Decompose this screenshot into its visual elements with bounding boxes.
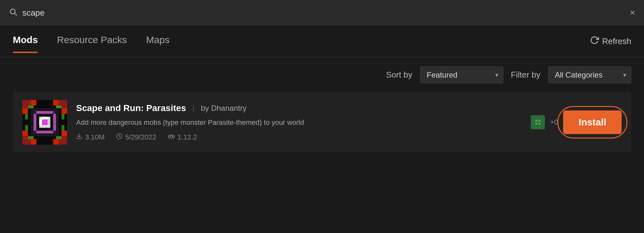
tab-resource-packs[interactable]: Resource Packs — [57, 34, 127, 49]
search-bar: × — [0, 0, 644, 26]
svg-line-1 — [15, 13, 17, 15]
sort-by-wrapper: Featured Popularity Last Updated Name — [420, 66, 503, 83]
clock-icon — [116, 133, 122, 141]
refresh-icon — [590, 36, 599, 47]
mod-thumbnail — [22, 100, 67, 145]
mod-list: Scape and Run: Parasites | by Dhanantry … — [0, 92, 644, 152]
svg-rect-33 — [42, 125, 48, 128]
svg-rect-10 — [62, 108, 67, 114]
svg-rect-15 — [28, 106, 34, 109]
svg-rect-19 — [25, 114, 28, 120]
mod-title-row: Scape and Run: Parasites | by Dhanantry — [76, 103, 522, 113]
svg-rect-9 — [22, 108, 28, 114]
tabs-row: Mods Resource Packs Maps Refresh — [0, 26, 644, 57]
svg-rect-16 — [56, 106, 62, 109]
svg-rect-31 — [39, 119, 42, 125]
svg-rect-7 — [31, 100, 36, 106]
svg-rect-8 — [53, 100, 59, 106]
svg-rect-20 — [62, 114, 65, 120]
filter-by-select[interactable]: All Categories Adventure Magic Technolog… — [548, 66, 631, 83]
mod-description: Add more dangerous mobs (type monster Pa… — [76, 117, 522, 128]
search-clear-button[interactable]: × — [630, 8, 635, 17]
mod-content: Scape and Run: Parasites | by Dhanantry … — [76, 103, 522, 141]
svg-rect-45 — [169, 135, 174, 138]
install-button-wrapper: Install — [563, 110, 622, 134]
downloads-value: 3.10M — [85, 133, 105, 141]
search-icon — [9, 8, 17, 18]
mod-separator: | — [192, 104, 194, 113]
mod-date: 5/29/2022 — [116, 133, 156, 141]
svg-rect-22 — [62, 125, 65, 131]
tabs-left: Mods Resource Packs Maps — [13, 34, 590, 49]
game-icon — [531, 115, 545, 129]
mod-count: +0 — [550, 118, 558, 126]
refresh-button[interactable]: Refresh — [590, 36, 631, 47]
svg-rect-50 — [537, 121, 539, 123]
filters-row: Sort by Featured Popularity Last Updated… — [0, 57, 644, 92]
refresh-label: Refresh — [602, 36, 631, 46]
svg-rect-38 — [51, 114, 53, 131]
sort-by-label: Sort by — [386, 70, 412, 80]
mod-thumbnail-art — [22, 100, 67, 145]
svg-rect-26 — [34, 114, 36, 131]
mod-title: Scape and Run: Parasites — [76, 103, 186, 113]
filter-by-label: Filter by — [511, 70, 540, 80]
svg-rect-30 — [42, 117, 48, 120]
install-button[interactable]: Install — [563, 110, 622, 134]
svg-rect-21 — [25, 125, 28, 131]
mod-meta: 3.10M 5/29/2022 — [76, 133, 522, 141]
svg-rect-13 — [31, 139, 36, 145]
download-icon — [76, 133, 82, 141]
svg-rect-17 — [28, 136, 34, 139]
mod-version: 1.12.2 — [168, 133, 197, 141]
svg-rect-14 — [53, 139, 59, 145]
tab-maps[interactable]: Maps — [146, 34, 169, 49]
svg-rect-27 — [53, 114, 56, 131]
sort-by-select[interactable]: Featured Popularity Last Updated Name — [420, 66, 503, 83]
mod-author: by Dhanantry — [201, 104, 247, 113]
date-value: 5/29/2022 — [125, 133, 156, 141]
svg-rect-11 — [22, 131, 28, 136]
mod-item: Scape and Run: Parasites | by Dhanantry … — [13, 92, 631, 152]
svg-rect-12 — [62, 131, 67, 136]
gamepad-icon — [168, 133, 175, 141]
tab-mods[interactable]: Mods — [13, 34, 38, 49]
svg-point-44 — [173, 136, 173, 137]
svg-rect-25 — [36, 111, 53, 114]
svg-rect-32 — [48, 119, 51, 125]
mod-actions: +0 Install — [531, 110, 622, 134]
svg-rect-37 — [36, 114, 39, 131]
filter-by-wrapper: All Categories Adventure Magic Technolog… — [548, 66, 631, 83]
mod-downloads: 3.10M — [76, 133, 105, 141]
svg-rect-18 — [56, 136, 62, 139]
version-value: 1.12.2 — [177, 133, 197, 141]
search-input[interactable] — [22, 8, 625, 18]
svg-rect-28 — [36, 131, 53, 133]
svg-rect-34 — [42, 119, 48, 125]
bottom-actions: +0 Install — [531, 110, 622, 134]
